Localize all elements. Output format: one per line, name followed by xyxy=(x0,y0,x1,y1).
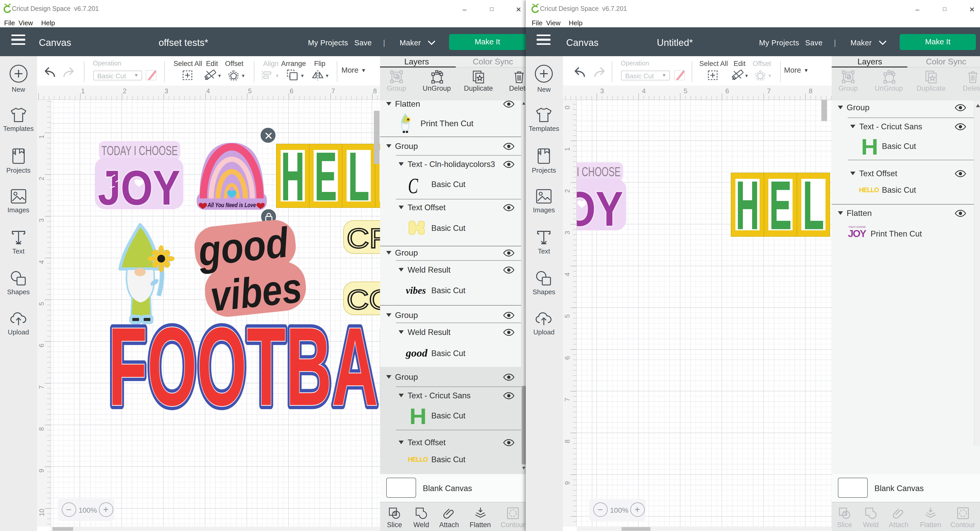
svg-text:TODAY I CHOOSE: TODAY I CHOOSE xyxy=(101,143,177,158)
svg-text:E: E xyxy=(769,172,792,237)
svg-text:All You Need is Love: All You Need is Love xyxy=(207,201,256,208)
svg-text:CO: CO xyxy=(346,284,380,315)
svg-text:H: H xyxy=(736,172,759,237)
svg-text:FOOTBAL: FOOTBAL xyxy=(108,321,380,411)
svg-text:CR: CR xyxy=(346,222,380,254)
svg-text:TODAY I CHOOSE: TODAY I CHOOSE xyxy=(577,164,620,179)
svg-text:L: L xyxy=(803,172,824,237)
svg-text:L: L xyxy=(348,144,369,208)
svg-text:H: H xyxy=(281,144,304,208)
svg-text:E: E xyxy=(315,144,337,208)
svg-text:vibes: vibes xyxy=(208,264,304,320)
